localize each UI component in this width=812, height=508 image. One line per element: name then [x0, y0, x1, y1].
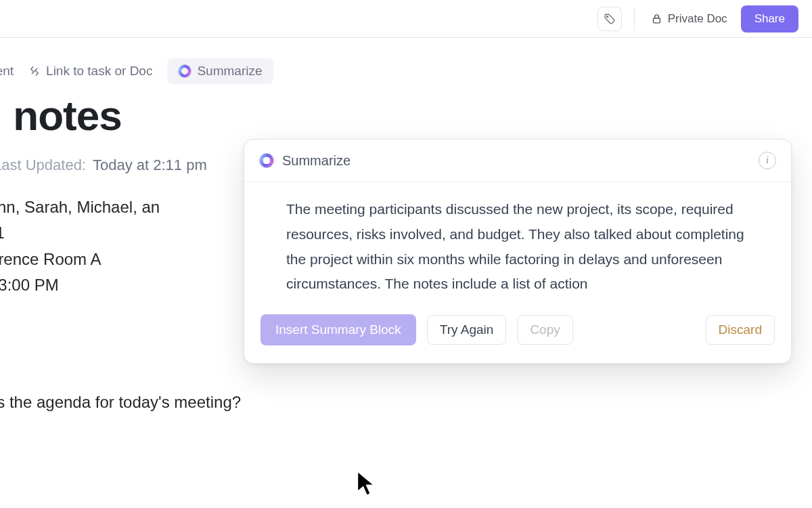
popover-actions: Insert Summary Block Try Again Copy Disc… [244, 303, 791, 363]
privacy-label: Private Doc [668, 12, 727, 26]
ai-icon [259, 153, 274, 168]
summarize-popover: Summarize i The meeting participants dis… [244, 139, 792, 364]
last-updated-label: Last Updated: [0, 156, 86, 174]
summarize-label: Summarize [197, 64, 262, 79]
page-title: eting notes [0, 93, 812, 137]
discard-button[interactable]: Discard [706, 315, 775, 345]
privacy-indicator[interactable]: Private Doc [647, 8, 731, 30]
divider [634, 7, 635, 30]
participants-value: John, Sarah, Michael, an [0, 198, 160, 216]
summarize-action[interactable]: Summarize [167, 58, 273, 84]
comment-action[interactable]: mment [0, 64, 14, 79]
insert-summary-button[interactable]: Insert Summary Block [261, 314, 416, 345]
inline-toolbar: mment Link to task or Doc Summarize [0, 38, 812, 93]
svg-point-0 [606, 16, 608, 17]
tag-button[interactable] [597, 7, 622, 31]
info-icon[interactable]: i [759, 152, 776, 169]
lock-icon [651, 13, 662, 24]
link-action[interactable]: Link to task or Doc [28, 64, 152, 79]
agenda-line: what's the agenda for today's meeting? [0, 393, 812, 412]
ai-icon [178, 64, 191, 78]
try-again-button[interactable]: Try Again [427, 315, 507, 345]
comment-label: mment [0, 64, 14, 79]
popover-body: The meeting participants discussed the n… [244, 182, 791, 303]
popover-header: Summarize i [244, 140, 791, 182]
popover-title: Summarize [259, 153, 351, 169]
copy-button[interactable]: Copy [517, 315, 572, 345]
link-arrows-icon [28, 65, 41, 77]
top-bar: Private Doc Share [0, 0, 812, 38]
share-button[interactable]: Share [741, 5, 798, 33]
popover-title-text: Summarize [282, 153, 351, 169]
link-label: Link to task or Doc [46, 64, 152, 79]
svg-rect-1 [653, 18, 660, 23]
tag-icon [604, 13, 616, 25]
mouse-cursor-icon [355, 469, 378, 499]
last-updated-value: Today at 2:11 pm [93, 156, 207, 174]
